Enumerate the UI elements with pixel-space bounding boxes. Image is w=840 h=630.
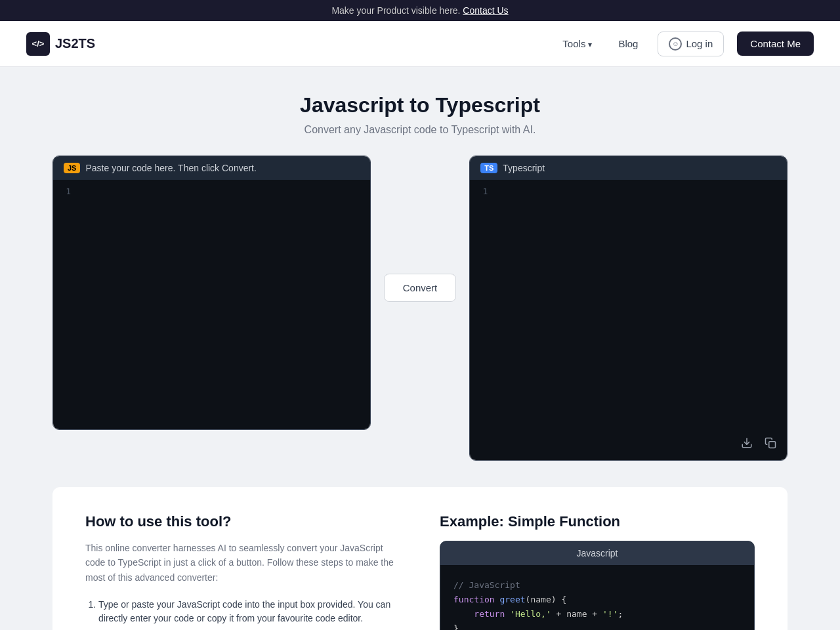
convert-label: Convert (403, 282, 438, 293)
plain-args: (name) { (526, 595, 567, 604)
str-exclaim: '!' (602, 609, 618, 619)
banner-text: Make your Product visible here. (331, 5, 460, 16)
js-badge: JS (64, 163, 80, 173)
nav-area: Tools Blog ☺ Log in Contact Me (556, 32, 814, 56)
main-content: Javascript to Typescript Convert any Jav… (0, 67, 840, 630)
banner-contact-link[interactable]: Contact Us (463, 5, 508, 16)
step-1: Type or paste your JavaScript code into … (98, 598, 400, 625)
str-hello: 'Hello,' (510, 609, 551, 619)
kw-return: return (474, 609, 510, 619)
code-line-1: // JavaScript (453, 578, 741, 593)
op-plus1: + name + (551, 609, 602, 619)
output-panel-header: TS Typescript (470, 156, 787, 180)
line-number-1: 1 (58, 186, 71, 196)
example-panel: Javascript // JavaScript function greet(… (440, 541, 755, 630)
login-button[interactable]: ☺ Log in (658, 32, 724, 56)
fn-greet: greet (499, 595, 525, 604)
input-placeholder-label: Paste your code here. Then click Convert… (85, 163, 256, 173)
top-banner: Make your Product visible here. Contact … (0, 0, 840, 21)
login-label: Log in (686, 38, 713, 49)
nav-tools[interactable]: Tools (556, 34, 598, 53)
example-tab-label: Javascript (576, 548, 618, 558)
js-code-input[interactable] (76, 180, 370, 429)
example-area: Example: Simple Function Javascript // J… (440, 513, 755, 630)
how-to-use: How to use this tool? This online conver… (85, 513, 400, 630)
example-header: Javascript (440, 541, 754, 565)
code-line-3: return 'Hello,' + name + '!'; (453, 607, 741, 621)
output-panel: TS Typescript 1 (469, 156, 788, 461)
code-line-2: function greet(name) { (453, 593, 741, 607)
input-panel-header: JS Paste your code here. Then click Conv… (53, 156, 370, 180)
logo-area: </> JS2TS (26, 32, 95, 56)
ts-badge: TS (480, 163, 497, 173)
editor-area: JS Paste your code here. Then click Conv… (52, 156, 788, 461)
output-panel-title: Typescript (503, 163, 545, 173)
logo-name: JS2TS (55, 36, 95, 51)
output-editor-body: 1 (470, 180, 787, 429)
steps-list: Type or paste your JavaScript code into … (85, 598, 400, 625)
kw-function: function (453, 595, 499, 604)
logo-icon: </> (26, 32, 50, 56)
nav-tools-label: Tools (562, 38, 585, 49)
convert-button[interactable]: Convert (384, 274, 457, 302)
output-footer (470, 429, 787, 460)
semi: ; (618, 609, 623, 619)
page-title: Javascript to Typescript (52, 93, 788, 117)
plain-indent (453, 609, 474, 619)
nav-blog-label: Blog (618, 38, 638, 49)
input-line-numbers: 1 (53, 180, 76, 429)
nav-blog[interactable]: Blog (612, 34, 644, 53)
step-1-text: Type or paste your JavaScript code into … (98, 599, 390, 623)
account-icon: ☺ (669, 37, 682, 51)
svg-rect-1 (769, 442, 776, 448)
info-section: How to use this tool? This online conver… (52, 487, 788, 630)
example-code-block: // JavaScript function greet(name) { ret… (440, 565, 754, 630)
chevron-down-icon (588, 38, 592, 49)
example-heading: Example: Simple Function (440, 513, 755, 530)
page-subtitle: Convert any Javascript code to Typescrip… (52, 124, 788, 136)
copy-icon (765, 437, 776, 449)
input-panel: JS Paste your code here. Then click Conv… (52, 156, 371, 430)
how-to-paragraph: This online converter harnesses AI to se… (85, 541, 400, 585)
download-button[interactable] (738, 434, 755, 455)
contact-me-button[interactable]: Contact Me (737, 32, 814, 56)
header: </> JS2TS Tools Blog ☺ Log in Contact Me (0, 21, 840, 67)
download-icon (741, 437, 753, 449)
code-line-4: } (453, 621, 741, 630)
convert-middle-area: Convert (371, 156, 470, 302)
copy-button[interactable] (762, 434, 779, 455)
ts-code-output (493, 180, 787, 429)
output-line-numbers: 1 (470, 180, 493, 429)
how-to-heading: How to use this tool? (85, 513, 400, 530)
input-editor-body: 1 (53, 180, 370, 429)
contact-me-label: Contact Me (750, 38, 801, 49)
output-line-number-1: 1 (475, 186, 488, 196)
